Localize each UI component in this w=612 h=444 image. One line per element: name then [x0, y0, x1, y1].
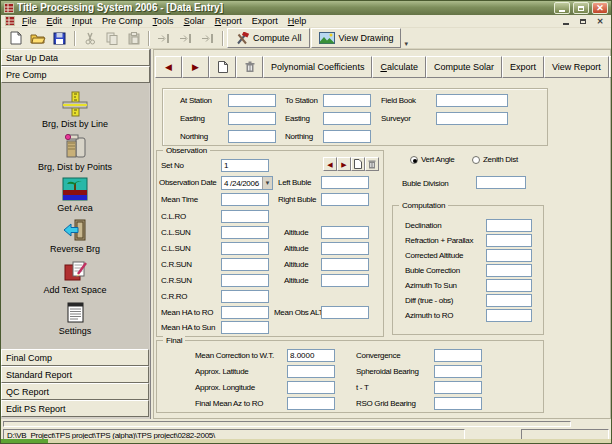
delete-record-button[interactable] [236, 56, 263, 78]
sidebar-item-brg-dist-by-points[interactable]: Brg, Dist by Points [38, 133, 112, 172]
corrected-altitude-input[interactable] [486, 249, 532, 262]
field-book-input[interactable] [436, 94, 508, 107]
observation-date-combo[interactable]: 4 /24/2006 ▼ [221, 176, 273, 190]
previous-set-button[interactable]: ◀ [323, 157, 337, 171]
menu-file[interactable]: File [17, 16, 42, 26]
sidebar-tab-star-up-data[interactable]: Star Up Data [1, 49, 150, 66]
cl-sun-1-input[interactable] [221, 226, 269, 239]
menu-report[interactable]: Report [210, 16, 247, 26]
vert-angle-radio[interactable]: Vert Angle [410, 155, 454, 164]
buble-correction-input[interactable] [486, 264, 532, 277]
sidebar-tab-final-comp[interactable]: Final Comp [1, 349, 149, 366]
polynomial-coefficients-button[interactable]: Polynomial Coefficients [263, 56, 372, 78]
to-easting-input[interactable] [323, 112, 371, 125]
at-easting-input[interactable] [228, 112, 276, 125]
surveyor-input[interactable] [436, 112, 508, 125]
previous-record-button[interactable]: ◀ [155, 56, 182, 78]
chevron-down-icon[interactable]: ▼ [262, 177, 272, 189]
toolbar-overflow-chevron[interactable]: ▾ [404, 40, 408, 48]
compute-all-label: Compute All [253, 33, 302, 43]
to-northing-input[interactable] [323, 130, 371, 143]
mean-ha-to-ro-input[interactable] [221, 306, 269, 319]
next-record-button[interactable]: ▶ [182, 56, 209, 78]
mdi-close-button[interactable]: ✕ [594, 16, 606, 26]
declination-input[interactable] [486, 219, 532, 232]
close-button[interactable]: ✕ [592, 2, 608, 14]
mean-obs-alt-input[interactable] [321, 306, 369, 319]
cl-ro-input[interactable] [221, 210, 269, 223]
insert-end-button[interactable] [197, 29, 218, 48]
next-set-button[interactable]: ▶ [337, 157, 351, 171]
restore-button[interactable] [573, 2, 589, 14]
menu-tools[interactable]: Tools [148, 16, 179, 26]
new-set-button[interactable] [351, 157, 365, 171]
compute-solar-button[interactable]: Compute Solar [426, 56, 502, 78]
approx-latitude-input[interactable] [287, 365, 335, 378]
zenith-dist-radio[interactable]: Zenith Dist [472, 155, 518, 164]
t-minus-t-input[interactable] [434, 381, 482, 394]
menu-export[interactable]: Export [247, 16, 283, 26]
sidebar-tab-edit-ps-report[interactable]: Edit PS Report [1, 400, 149, 417]
new-file-button[interactable] [5, 29, 26, 48]
calculate-button[interactable]: Calculate [372, 56, 426, 78]
azimuth-to-sun-input[interactable] [486, 279, 532, 292]
sidebar-item-add-text-space[interactable]: Add Text Space [44, 258, 107, 295]
mdi-restore-button[interactable] [577, 16, 589, 26]
refraction-parallax-input[interactable] [486, 234, 532, 247]
right-buble-input[interactable] [321, 193, 369, 206]
rso-grid-bearing-input[interactable] [434, 397, 482, 410]
at-northing-input[interactable] [228, 130, 276, 143]
insert-after-button[interactable] [175, 29, 196, 48]
cr-sun-2-input[interactable] [221, 274, 269, 287]
azimuth-to-ro-input[interactable] [486, 309, 532, 322]
menu-help[interactable]: Help [283, 16, 312, 26]
set-no-input[interactable] [221, 159, 269, 172]
left-buble-input[interactable] [321, 176, 369, 189]
new-record-button[interactable] [209, 56, 236, 78]
sidebar-item-get-area[interactable]: Get Area [57, 176, 93, 213]
start-button-sliver[interactable] [1, 439, 48, 443]
mean-correction-wt-input[interactable] [287, 349, 335, 362]
cr-ro-input[interactable] [221, 290, 269, 303]
view-drawing-button[interactable]: View Drawing [311, 28, 402, 48]
menu-edit[interactable]: Edit [42, 16, 68, 26]
sidebar-item-reverse-brg[interactable]: Reverse Brg [50, 217, 100, 254]
sidebar-tab-pre-comp[interactable]: Pre Comp [1, 66, 150, 83]
paste-button[interactable] [123, 29, 144, 48]
mdi-minimize-button[interactable] [560, 16, 572, 26]
copy-button[interactable] [101, 29, 122, 48]
altitude-1-input[interactable] [321, 226, 369, 239]
menu-solar[interactable]: Solar [179, 16, 210, 26]
save-button[interactable] [49, 29, 70, 48]
sidebar-item-brg-dist-by-line[interactable]: Brg, Dist by Line [42, 90, 108, 129]
approx-longitude-input[interactable] [287, 381, 335, 394]
sidebar-tab-qc-report[interactable]: QC Report [1, 383, 149, 400]
at-station-input[interactable] [228, 94, 276, 107]
altitude-4-input[interactable] [321, 274, 369, 287]
cr-sun-1-input[interactable] [221, 258, 269, 271]
sidebar-item-settings[interactable]: Settings [59, 299, 92, 336]
to-station-label: To Station [285, 96, 318, 105]
diff-true-obs-input[interactable] [486, 294, 532, 307]
menu-input[interactable]: Input [67, 16, 97, 26]
to-station-input[interactable] [323, 94, 371, 107]
minimize-button[interactable] [554, 2, 570, 14]
altitude-3-input[interactable] [321, 258, 369, 271]
altitude-2-input[interactable] [321, 242, 369, 255]
sidebar-tab-standard-report[interactable]: Standard Report [1, 366, 149, 383]
cut-button[interactable] [79, 29, 100, 48]
mean-ha-to-sun-input[interactable] [221, 321, 269, 334]
export-button[interactable]: Export [502, 56, 544, 78]
open-file-button[interactable] [27, 29, 48, 48]
delete-set-button[interactable] [365, 157, 379, 171]
spheroidal-bearing-input[interactable] [434, 365, 482, 378]
menu-pre-comp[interactable]: Pre Comp [97, 16, 148, 26]
cl-sun-2-input[interactable] [221, 242, 269, 255]
insert-before-button[interactable] [153, 29, 174, 48]
mean-time-input[interactable] [221, 193, 269, 206]
convergence-input[interactable] [434, 349, 482, 362]
view-report-button[interactable]: View Report [544, 56, 609, 78]
buble-division-input[interactable] [476, 176, 526, 189]
compute-all-button[interactable]: Compute All [227, 28, 310, 48]
final-mean-az-input[interactable] [287, 397, 335, 410]
